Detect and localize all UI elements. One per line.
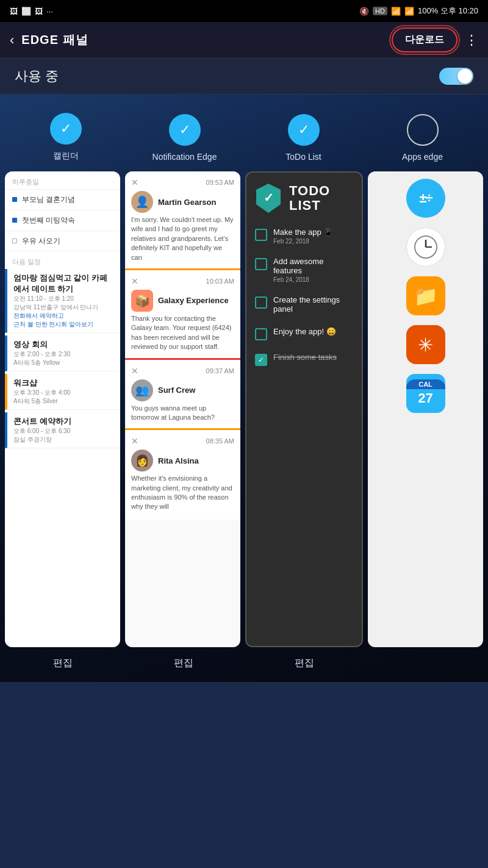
signal-icon: 📶 [404,7,414,16]
status-icon-1: 🖼 [10,7,18,16]
notification-check: ✓ [169,114,201,146]
cards-row: 하루종일 부모님 결혼기념 첫번째 미팅약속 우유 사오기 다음 일정 엄마랑 … [0,171,488,647]
todo-check: ✓ [288,114,320,146]
notif-2-message: Thank you for contacting the Galaxy team… [131,314,234,352]
edit-todo-button[interactable]: 편집 [244,657,365,670]
panel-header-calendar[interactable]: ✓ 캘린더 [6,113,125,162]
todo-item-1-content: Make the app 📱 Feb 22, 2018 [273,228,333,245]
notif-4-header: ✕ 08:35 AM [131,436,234,446]
cal-text-2: 첫번째 미팅약속 [22,215,75,226]
notif-3-sender-row: 👥 Surf Crew [131,379,234,401]
todo-checkbox-1[interactable] [255,229,267,241]
todo-checkbox-5[interactable] [255,354,267,366]
cal-event-3-title: 워크샵 [13,378,113,389]
back-button[interactable]: ‹ [10,32,14,48]
edit-notification-button[interactable]: 편집 [123,657,244,670]
calendar-label: 캘린더 [53,151,79,162]
more-menu-icon[interactable]: ⋮ [465,32,478,48]
panel-header-notification[interactable]: ✓ Notification Edge [125,114,244,162]
cal-event-4-time: 오후 6:00 - 오후 6:30 [13,427,113,436]
panel-header-todo[interactable]: ✓ ToDo List [244,114,363,162]
notif-4-time: 08:35 AM [206,437,234,445]
panel-area: ✓ 캘린더 ✓ Notification Edge ✓ ToDo List Ap… [0,95,488,682]
status-right-info: 🔇 HD 📶 📶 100% 오후 10:20 [359,5,478,16]
todo-item-2: Add awesome features Feb 24, 2018 [246,251,362,289]
notif-2-avatar: 📦 [131,290,153,312]
cal-event-1-loc: 강남역 11번출구 앞에서 만나기 [13,303,113,312]
todo-item-4-content: Enjoy the app! 😀 [273,327,336,337]
apps-label: Apps edge [402,152,443,162]
notif-item-3: ✕ 09:37 AM 👥 Surf Crew You guys wanna me… [125,360,240,431]
todo-item-5-title: Finish some tasks [273,353,337,362]
todo-item-1-date: Feb 22, 2018 [273,238,333,245]
notif-1-close[interactable]: ✕ [131,178,138,187]
cal-event-4-title: 콘서트 예약하기 [13,416,113,427]
notif-4-message: Whether it's envisioning a marketing cli… [131,474,234,512]
todo-header: ✓ TODO LIST [246,173,362,221]
cal-dot-3 [12,239,17,243]
edit-calendar-button[interactable]: 편집 [2,657,123,670]
cal-event-2-time: 오후 2:00 - 오후 2:30 [13,350,113,359]
notif-1-time: 09:53 AM [206,179,234,186]
cal-event-3-loc: A타워 5층 Silver [13,397,113,406]
notif-2-close[interactable]: ✕ [131,276,138,286]
todo-item-2-date: Feb 24, 2018 [273,276,353,283]
cal-item-2: 첫번째 미팅약속 [5,210,120,231]
toggle-row: 사용 중 [0,59,488,95]
top-nav-left: ‹ EDGE 패널 [10,32,88,48]
cal-item-1: 부모님 결혼기념 [5,190,120,210]
status-left-icons: 🖼 ⬜ 🖼 ··· [10,7,53,16]
app-bixby-icon[interactable]: ✳ [406,325,445,364]
panel-header-apps[interactable]: Apps edge [363,114,482,162]
todo-item-5: Finish some tasks [246,346,362,372]
notif-4-avatar: 👩 [131,450,153,472]
notif-3-avatar: 👥 [131,379,153,401]
cal-dot-1 [12,197,17,202]
app-calendar-icon[interactable]: CAL 27 [406,374,445,413]
download-button[interactable]: 다운로드 [392,27,458,52]
hd-badge: HD [373,7,387,15]
notification-card: ✕ 09:53 AM 👤 Martin Gearson I'm sorry. W… [125,171,240,647]
top-nav: ‹ EDGE 패널 다운로드 ⋮ [0,22,488,59]
cal-text-1: 부모님 결혼기념 [22,195,75,205]
todo-label: ToDo List [285,152,321,162]
cal-event-3-time: 오후 3:30 - 오후 4:00 [13,389,113,397]
cal-event-3: 워크샵 오후 3:30 - 오후 4:00 A타워 5층 Silver [5,374,120,410]
todo-checkbox-4[interactable] [255,328,267,340]
cal-event-2-loc: A타워 5층 Yellow [13,359,113,367]
wifi-icon: 📶 [391,7,401,16]
app-calculator-icon[interactable]: ±÷ [406,179,445,218]
cal-event-4: 콘서트 예약하기 오후 6:00 - 오후 6:30 잠실 주경기장 [5,412,120,448]
todo-item-4: Enjoy the app! 😀 [246,321,362,346]
notif-3-message: You guys wanna meet up tomorrow at Lagun… [131,404,234,423]
mute-icon: 🔇 [359,7,369,16]
todo-checkbox-2[interactable] [255,258,267,270]
top-nav-right: 다운로드 ⋮ [392,27,478,52]
notif-3-close[interactable]: ✕ [131,366,138,376]
todo-item-2-content: Add awesome features Feb 24, 2018 [273,257,353,283]
notif-3-sender: Surf Crew [158,386,195,395]
notif-2-sender-row: 📦 Galaxy Experience [131,290,234,312]
cal-event-4-loc: 잠실 주경기장 [13,436,113,444]
notif-1-sender: Martin Gearson [158,198,216,207]
cal-item-3: 우유 사오기 [5,231,120,252]
todo-item-3-content: Create the settings panel [273,295,353,315]
notif-1-sender-row: 👤 Martin Gearson [131,191,234,213]
cal-event-1: 엄마랑 점심먹고 같이 카페에서 데이트 하기 오전 11:10 - 오후 1:… [5,269,120,333]
cal-event-1-detail2: 근처 볼 만한 전시회 알아보기 [13,320,113,329]
notif-2-time: 10:03 AM [206,278,234,285]
notif-4-close[interactable]: ✕ [131,436,138,446]
status-icon-2: ⬜ [21,7,31,16]
status-bar: 🖼 ⬜ 🖼 ··· 🔇 HD 📶 📶 100% 오후 10:20 [0,0,488,22]
todo-checkbox-3[interactable] [255,296,267,309]
notif-2-sender: Galaxy Experience [158,296,229,305]
app-clock-icon[interactable] [406,228,445,267]
panels-header: ✓ 캘린더 ✓ Notification Edge ✓ ToDo List Ap… [0,95,488,171]
app-files-icon[interactable]: 📁 [406,276,445,315]
notif-4-sender-row: 👩 Rita Alsina [131,450,234,472]
edit-row: 편집 편집 편집 [0,647,488,682]
calendar-check: ✓ [50,113,82,145]
active-toggle[interactable] [439,68,473,85]
notif-3-header: ✕ 09:37 AM [131,366,234,376]
battery-text: 100% 오후 10:20 [418,5,478,16]
